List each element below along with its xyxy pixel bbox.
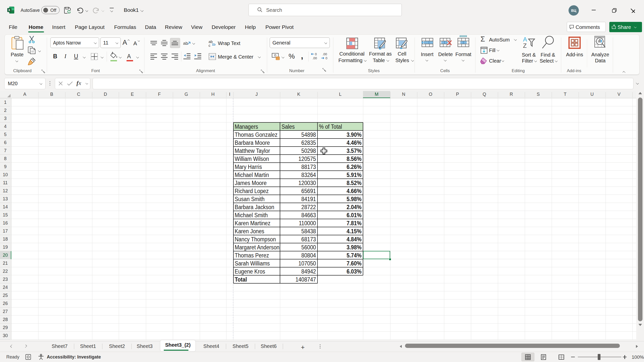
svg-text:A: A <box>523 36 527 43</box>
svg-text:0: 0 <box>315 52 317 56</box>
svg-text:0: 0 <box>326 56 327 60</box>
svg-text:.00: .00 <box>312 56 317 60</box>
svg-text:X: X <box>8 8 10 12</box>
svg-text:c: c <box>209 43 211 47</box>
svg-text:.00: .00 <box>323 52 327 56</box>
svg-text:Z: Z <box>523 42 527 48</box>
svg-text:ab: ab <box>183 41 188 46</box>
